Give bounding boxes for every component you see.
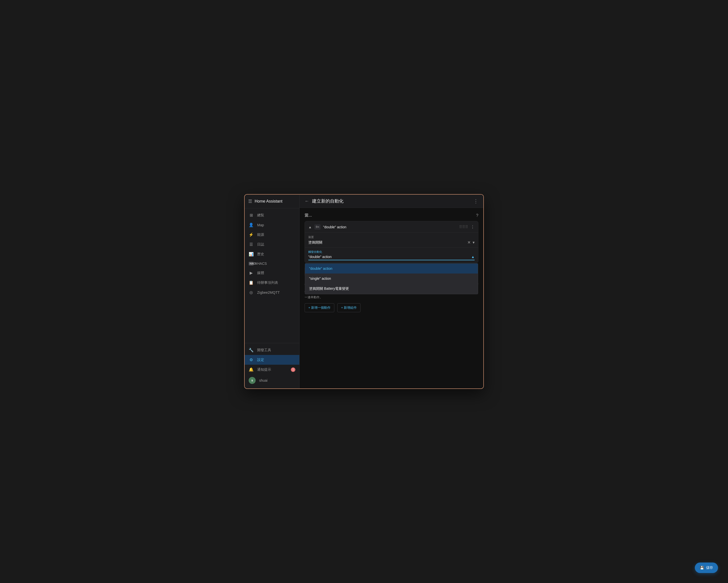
trigger-type-icon: 0∞ <box>314 224 320 230</box>
add-action-button[interactable]: + 新增一個動作 <box>305 303 334 312</box>
menu-icon[interactable]: ☰ <box>248 199 252 204</box>
dropdown-open-icon[interactable]: ▲ <box>471 255 475 259</box>
hacs-icon: HACS <box>249 262 254 265</box>
sidebar-item-hacs[interactable]: HACS HACS <box>245 259 300 268</box>
sidebar-item-user[interactable]: s shuai <box>245 375 300 386</box>
app-container: ☰ Home Assistant ⊞ 總覧 👤 Map ⚡ 能源 ☰ <box>245 195 483 388</box>
overview-icon: ⊞ <box>249 213 254 218</box>
sidebar-item-zigbee[interactable]: ◎ Zigbee2MQTT <box>245 287 300 297</box>
device-field-actions: ✕ ▾ <box>467 240 475 245</box>
sidebar-item-history[interactable]: 📊 歷史 <box>245 249 300 259</box>
trigger-card-header: ▲ 0∞ "double" action ⠿⠿⠿ ⋮ <box>305 221 478 232</box>
sidebar-item-todo[interactable]: 📋 待辦事項列表 <box>245 278 300 287</box>
todo-icon: 📋 <box>249 280 254 285</box>
sidebar-item-notifications[interactable]: 🔔 通知提示 1 <box>245 365 300 375</box>
dropdown-focus-border <box>308 260 475 260</box>
collapse-button[interactable]: ▲ <box>308 225 312 229</box>
main-header: ← 建立新的自動化 ⋮ <box>300 195 483 208</box>
sidebar-item-label: 設定 <box>257 358 264 362</box>
sidebar-item-label: 通知提示 <box>257 367 271 372</box>
zigbee-icon: ◎ <box>249 290 254 295</box>
more-button[interactable]: ⋮ <box>473 198 478 204</box>
sidebar-item-label: 待辦事項列表 <box>257 280 278 285</box>
device-field-row: 塗鴉開關 ✕ ▾ <box>308 240 475 245</box>
dropdown-option-battery[interactable]: 塗鴉開關 Battery電量變更 <box>305 283 478 294</box>
drag-handle-icon[interactable]: ⠿⠿⠿ <box>459 225 468 229</box>
sidebar-header: ☰ Home Assistant <box>245 195 300 208</box>
sidebar: ☰ Home Assistant ⊞ 總覧 👤 Map ⚡ 能源 ☰ <box>245 195 300 388</box>
energy-icon: ⚡ <box>249 232 254 237</box>
back-button[interactable]: ← <box>305 199 309 204</box>
app-title: Home Assistant <box>255 199 282 204</box>
sidebar-item-settings[interactable]: ⚙ 設定 <box>245 355 300 365</box>
save-label: 儲存 <box>706 565 713 570</box>
clear-device-button[interactable]: ✕ <box>467 240 471 245</box>
notification-icon: 🔔 <box>249 367 254 372</box>
sidebar-item-energy[interactable]: ⚡ 能源 <box>245 230 300 239</box>
avatar: s <box>249 377 256 384</box>
notification-badge: 1 <box>291 367 295 372</box>
sidebar-item-label: 總覧 <box>257 213 264 218</box>
sidebar-item-label: 開發工具 <box>257 348 271 352</box>
save-icon: 💾 <box>700 566 704 570</box>
device-field-label: 裝置 <box>308 235 475 239</box>
main-content: ← 建立新的自動化 ⋮ 當... ? ▲ 0∞ "double" action … <box>300 195 483 388</box>
when-help-icon[interactable]: ? <box>476 213 478 218</box>
sidebar-item-media[interactable]: ▶ 媒體 <box>245 268 300 278</box>
automation-trigger-field[interactable]: 觸發自動化 "double" action ▲ "double" action … <box>305 247 478 263</box>
sidebar-item-devtools[interactable]: 🔧 開發工具 <box>245 345 300 355</box>
username-label: shuai <box>259 378 267 382</box>
map-icon: 👤 <box>249 223 254 227</box>
sidebar-item-label: Zigbee2MQTT <box>257 290 280 295</box>
then-add-buttons: + 新增一個動作 + 新增組件 <box>305 303 478 312</box>
device-field: 裝置 塗鴉開關 ✕ ▾ <box>305 232 478 247</box>
device-field-value: 塗鴉開關 <box>308 240 322 245</box>
trigger-label: "double" action <box>323 225 457 229</box>
trigger-menu-button[interactable]: ⋮ <box>471 225 475 229</box>
devtools-icon: 🔧 <box>249 348 254 352</box>
when-section-header: 當... ? <box>305 213 478 218</box>
sidebar-item-label: HACS <box>257 261 267 265</box>
sidebar-bottom: 🔧 開發工具 ⚙ 設定 🔔 通知提示 1 s shuai <box>245 343 300 388</box>
automation-trigger-label: 觸發自動化 <box>308 250 475 254</box>
dropdown-menu: "double" action "single" action 塗鴉開關 Bat… <box>305 263 478 294</box>
sidebar-nav: ⊞ 總覧 👤 Map ⚡ 能源 ☰ 日誌 📊 歷史 <box>245 208 300 343</box>
sidebar-item-label: 能源 <box>257 232 264 237</box>
dropdown-option-single[interactable]: "single" action <box>305 274 478 283</box>
dropdown-row: "double" action ▲ <box>308 255 475 259</box>
save-button[interactable]: 💾 儲存 <box>695 562 718 573</box>
add-then-component-button[interactable]: + 新增組件 <box>337 303 361 312</box>
automation-trigger-value: "double" action <box>308 255 332 259</box>
main-body: 當... ? ▲ 0∞ "double" action ⠿⠿⠿ ⋮ 裝置 <box>300 208 483 388</box>
sidebar-item-overview[interactable]: ⊞ 總覧 <box>245 210 300 220</box>
page-title: 建立新的自動化 <box>312 198 470 204</box>
when-title: 當... <box>305 213 312 218</box>
dropdown-option-double[interactable]: "double" action <box>305 263 478 274</box>
media-icon: ▶ <box>249 271 254 275</box>
sidebar-item-label: 日誌 <box>257 242 264 247</box>
app-window: ☰ Home Assistant ⊞ 總覧 👤 Map ⚡ 能源 ☰ <box>244 194 484 389</box>
sidebar-item-label: 歷史 <box>257 252 264 256</box>
sidebar-item-label: 媒體 <box>257 271 264 275</box>
history-icon: 📊 <box>249 252 254 256</box>
dropdown-chevron-icon[interactable]: ▾ <box>473 240 475 245</box>
sidebar-item-log[interactable]: ☰ 日誌 <box>245 239 300 249</box>
log-icon: ☰ <box>249 242 254 247</box>
sidebar-item-label: Map <box>257 223 264 227</box>
trigger-card: ▲ 0∞ "double" action ⠿⠿⠿ ⋮ 裝置 塗鴉開關 ✕ <box>305 221 478 263</box>
settings-icon: ⚙ <box>249 357 254 362</box>
sidebar-item-map[interactable]: 👤 Map <box>245 220 300 230</box>
